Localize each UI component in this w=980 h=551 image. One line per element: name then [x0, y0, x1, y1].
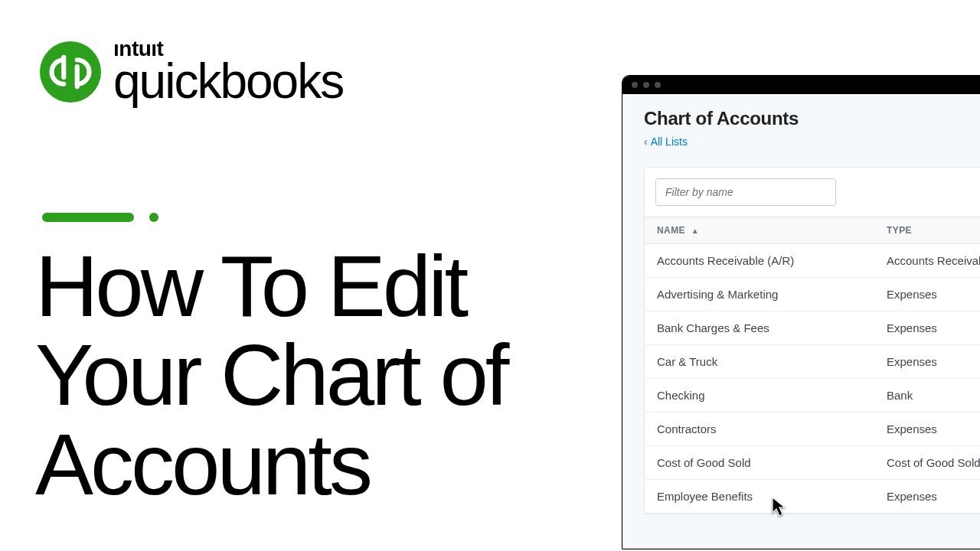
breadcrumb-label: All Lists [651, 135, 688, 148]
account-name: Checking [645, 379, 874, 412]
traffic-light-max-icon[interactable] [655, 82, 661, 88]
account-name: Bank Charges & Fees [645, 311, 874, 345]
brand-lockup: ıntuıt quickbooks [40, 38, 343, 106]
account-name: Car & Truck [645, 345, 874, 379]
window-titlebar [622, 76, 980, 94]
account-type: Bank [874, 379, 980, 412]
table-row[interactable]: Car & TruckExpenses [645, 345, 980, 379]
filter-by-name-input[interactable] [655, 178, 836, 206]
hero-area: ıntuıt quickbooks How To Edit Your Chart… [0, 0, 620, 551]
table-row[interactable]: Employee BenefitsExpenses [645, 480, 980, 514]
page-headline: How To Edit Your Chart of Accounts [35, 242, 507, 509]
account-name: Accounts Receivable (A/R) [645, 244, 874, 278]
accounts-table: NAME ▲ TYPE Accounts Receivable (A/R)Acc… [645, 217, 980, 514]
accent-divider [42, 213, 158, 222]
account-type: Expenses [874, 480, 980, 514]
column-header-name[interactable]: NAME ▲ [645, 217, 874, 244]
brand-product: quickbooks [113, 57, 343, 106]
accent-bar [42, 213, 134, 222]
traffic-light-close-icon[interactable] [632, 82, 638, 88]
account-type: Cost of Good Sold [874, 446, 980, 480]
traffic-light-min-icon[interactable] [643, 82, 649, 88]
account-type: Expenses [874, 345, 980, 379]
accounts-panel: NAME ▲ TYPE Accounts Receivable (A/R)Acc… [644, 167, 980, 514]
table-row[interactable]: ContractorsExpenses [645, 412, 980, 446]
table-row[interactable]: Accounts Receivable (A/R)Accounts Receiv… [645, 244, 980, 278]
breadcrumb-all-lists[interactable]: ‹ All Lists [644, 135, 688, 148]
app-window: Chart of Accounts ‹ All Lists NAME ▲ TYP… [622, 75, 980, 549]
table-row[interactable]: Cost of Good SoldCost of Good Sold [645, 446, 980, 480]
account-type: Expenses [874, 278, 980, 311]
quickbooks-logo-icon [40, 41, 101, 103]
account-type: Expenses [874, 412, 980, 446]
sort-asc-icon: ▲ [691, 227, 699, 235]
account-type: Expenses [874, 311, 980, 345]
account-name: Cost of Good Sold [645, 446, 874, 480]
account-name: Employee Benefits [645, 480, 874, 514]
table-row[interactable]: CheckingBank [645, 379, 980, 412]
column-header-type[interactable]: TYPE [874, 217, 980, 244]
account-type: Accounts Receivable [874, 244, 980, 278]
accent-dot [149, 213, 158, 222]
chevron-left-icon: ‹ [644, 135, 648, 148]
page-title: Chart of Accounts [644, 108, 980, 129]
table-row[interactable]: Advertising & MarketingExpenses [645, 278, 980, 311]
account-name: Advertising & Marketing [645, 278, 874, 311]
table-row[interactable]: Bank Charges & FeesExpenses [645, 311, 980, 345]
account-name: Contractors [645, 412, 874, 446]
